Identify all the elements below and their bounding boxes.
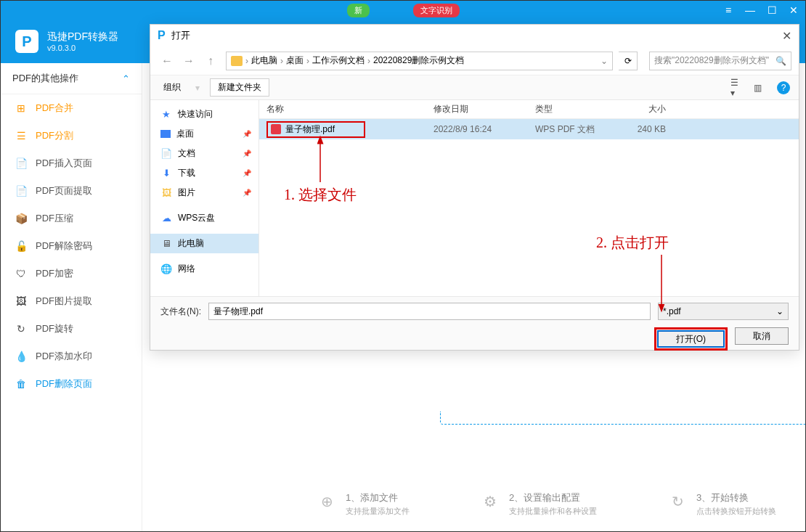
breadcrumb-part[interactable]: 此电脑	[251, 54, 277, 67]
nav-desktop[interactable]: 桌面	[150, 124, 259, 144]
nav-downloads[interactable]: ⬇ 下载	[150, 163, 259, 183]
badge-ocr[interactable]: 文字识别	[413, 4, 460, 17]
view-details-icon[interactable]: ☰ ▾	[730, 82, 745, 94]
help-icon[interactable]: ?	[777, 81, 790, 94]
nav-this-pc[interactable]: 🖥 此电脑	[150, 234, 259, 253]
download-icon: ⬇	[160, 168, 172, 179]
file-row[interactable]: 量子物理.pdf 2022/8/9 16:24 WPS PDF 文档 240 K…	[259, 119, 799, 139]
app-name: 迅捷PDF转换器	[47, 30, 118, 44]
file-date-cell: 2022/8/9 16:24	[433, 124, 535, 134]
search-input[interactable]: 搜索"20220829删除示例文档" 🔍	[649, 52, 791, 70]
refresh-icon[interactable]: ⟳	[619, 52, 638, 70]
column-size[interactable]: 大小	[615, 103, 673, 115]
cloud-icon: ☁	[160, 213, 172, 224]
dialog-nav: ← → ↑ › 此电脑 › 桌面 › 工作示例文档 › 20220829删除示例…	[150, 46, 799, 75]
dialog-toolbar: 组织 ▾ 新建文件夹 ☰ ▾ ▥ ?	[150, 75, 799, 100]
sidebar-item-label: PDF压缩	[36, 212, 73, 225]
nav-documents[interactable]: 📄 文档	[150, 144, 259, 163]
titlebar-badges: 新 文字识别	[1, 4, 805, 17]
search-placeholder: 搜索"20220829删除示例文档"	[654, 54, 769, 67]
folder-icon	[231, 56, 243, 66]
star-icon: ★	[160, 109, 172, 120]
sidebar-item-extract[interactable]: 📄 PDF页面提取	[1, 177, 142, 205]
convert-icon: ↻	[667, 491, 688, 512]
image-icon: 🖼	[15, 295, 27, 307]
open-button[interactable]: 打开(O)	[657, 330, 725, 348]
cancel-button[interactable]: 取消	[735, 327, 789, 345]
breadcrumb-part[interactable]: 工作示例文档	[312, 54, 365, 67]
filename-input[interactable]	[208, 303, 651, 320]
titlebar: 新 文字识别 ≡ — ☐ ✕	[1, 1, 805, 20]
chevron-up-icon[interactable]: ⌃	[122, 73, 130, 84]
pc-icon: 🖥	[160, 238, 172, 250]
sidebar-item-unlock[interactable]: 🔓 PDF解除密码	[1, 232, 142, 260]
file-filter-select[interactable]: *.pdf ⌄	[658, 303, 789, 320]
nav-forward-icon[interactable]: →	[179, 52, 198, 70]
chevron-down-icon[interactable]: ⌄	[601, 56, 608, 66]
step-1: ⊕ 1、添加文件 支持批量添加文件	[317, 491, 410, 517]
sidebar-item-label: PDF旋转	[36, 322, 73, 335]
sidebar-item-rotate[interactable]: ↻ PDF旋转	[1, 315, 142, 343]
delete-icon: 🗑	[15, 378, 27, 390]
app-title: 迅捷PDF转换器 v9.0.3.0	[47, 30, 118, 52]
breadcrumb[interactable]: › 此电脑 › 桌面 › 工作示例文档 › 20220829删除示例文档 ⌄	[226, 52, 613, 70]
compress-icon: 📦	[15, 213, 27, 224]
sidebar-item-label: PDF插入页面	[36, 157, 92, 170]
dialog-close-icon[interactable]: ✕	[782, 29, 791, 43]
step-2: ⚙ 2、设置输出配置 支持批量操作和各种设置	[480, 491, 597, 517]
unlock-icon: 🔓	[15, 240, 27, 252]
breadcrumb-part[interactable]: 20220829删除示例文档	[373, 54, 464, 67]
new-folder-button[interactable]: 新建文件夹	[210, 78, 269, 97]
dialog-title-text: 打开	[171, 29, 190, 42]
nav-pictures[interactable]: 🖼 图片	[150, 183, 259, 202]
file-type-cell: WPS PDF 文档	[535, 123, 615, 136]
sidebar-section-title: PDF的其他操作	[12, 72, 78, 85]
pictures-icon: 🖼	[160, 187, 172, 199]
documents-icon: 📄	[160, 148, 172, 160]
nav-quick-access[interactable]: ★ 快速访问	[150, 105, 259, 124]
sidebar-item-label: PDF页面提取	[36, 184, 92, 197]
sidebar-item-insert[interactable]: 📄 PDF插入页面	[1, 150, 142, 177]
network-icon: 🌐	[160, 263, 172, 275]
sidebar-item-delete-page[interactable]: 🗑 PDF删除页面	[1, 370, 142, 398]
nav-up-icon[interactable]: ↑	[201, 52, 220, 70]
sidebar-item-encrypt[interactable]: 🛡 PDF加密	[1, 260, 142, 287]
filename-label: 文件名(N):	[160, 306, 201, 318]
merge-icon: ⊞	[15, 102, 27, 114]
sidebar-item-compress[interactable]: 📦 PDF压缩	[1, 205, 142, 232]
dialog-body: ★ 快速访问 桌面 📄 文档 ⬇ 下载 🖼 图片 ☁ WPS云盘	[150, 100, 799, 296]
column-date[interactable]: 修改日期	[433, 103, 535, 115]
sidebar-item-label: PDF加密	[36, 267, 73, 280]
sidebar-item-label: PDF解除密码	[36, 240, 92, 253]
nav-back-icon[interactable]: ←	[158, 52, 176, 70]
steps-row: ⊕ 1、添加文件 支持批量添加文件 ⚙ 2、设置输出配置 支持批量操作和各种设置…	[317, 491, 776, 517]
pdf-icon	[271, 124, 281, 134]
encrypt-icon: 🛡	[15, 268, 27, 279]
sidebar-item-label: PDF图片提取	[36, 295, 92, 308]
file-list-area: 名称 修改日期 类型 大小 量子物理.pdf 2022/8/9 16:24 WP…	[259, 100, 799, 296]
insert-icon: 📄	[15, 157, 27, 169]
organize-button[interactable]: 组织	[159, 79, 185, 96]
sidebar-item-label: PDF分割	[36, 129, 73, 142]
file-open-dialog: P 打开 ✕ ← → ↑ › 此电脑 › 桌面 › 工作示例文档 › 20220…	[150, 24, 799, 351]
extract-icon: 📄	[15, 185, 27, 197]
watermark-icon: 💧	[15, 351, 27, 362]
app-logo-icon: P	[15, 30, 38, 53]
drop-zone[interactable]	[440, 412, 806, 425]
sidebar: PDF的其他操作 ⌃ ⊞ PDF合并 ☰ PDF分割 📄 PDF插入页面 📄 P…	[1, 63, 142, 531]
nav-wps-cloud[interactable]: ☁ WPS云盘	[150, 208, 259, 228]
column-name[interactable]: 名称	[259, 103, 433, 115]
nav-network[interactable]: 🌐 网络	[150, 259, 259, 279]
breadcrumb-part[interactable]: 桌面	[286, 54, 304, 67]
step-3: ↻ 3、开始转换 点击转换按钮开始转换	[667, 491, 776, 517]
sidebar-item-split[interactable]: ☰ PDF分割	[1, 122, 142, 150]
column-type[interactable]: 类型	[535, 103, 615, 115]
sidebar-item-watermark[interactable]: 💧 PDF添加水印	[1, 343, 142, 370]
file-name-cell: 量子物理.pdf	[259, 121, 433, 138]
sidebar-section-header[interactable]: PDF的其他操作 ⌃	[1, 63, 142, 94]
sidebar-item-image-extract[interactable]: 🖼 PDF图片提取	[1, 287, 142, 315]
view-preview-icon[interactable]: ▥	[754, 82, 768, 94]
badge-new: 新	[347, 4, 370, 17]
search-icon[interactable]: 🔍	[776, 56, 786, 66]
sidebar-item-merge[interactable]: ⊞ PDF合并	[1, 94, 142, 122]
